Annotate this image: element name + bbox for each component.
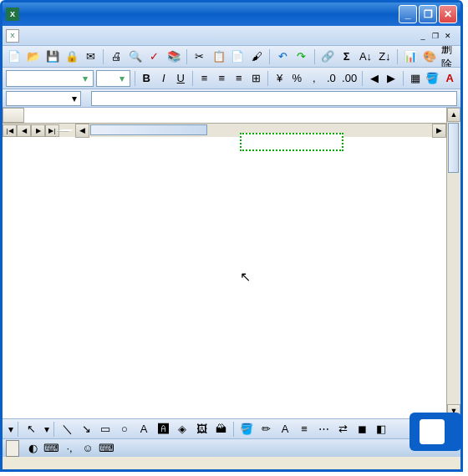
close-button[interactable]: ✕ [439, 5, 457, 23]
spell-icon[interactable]: ✓ [146, 48, 163, 65]
ime-btn2[interactable]: ⌨ [43, 440, 59, 457]
menu-file[interactable] [24, 34, 34, 38]
tab-next-button[interactable]: ▶ [31, 124, 45, 137]
menu-help[interactable] [104, 34, 114, 38]
arrow-icon[interactable]: ↘ [78, 421, 94, 438]
align-left-icon[interactable]: ≡ [197, 70, 212, 87]
open-icon[interactable]: 📂 [25, 48, 42, 65]
textbox-icon[interactable]: A [135, 421, 152, 438]
font-color-icon[interactable]: A [442, 70, 457, 87]
arrow-style-icon[interactable]: ⇄ [334, 421, 351, 438]
menu-edit[interactable] [34, 34, 44, 38]
percent-icon[interactable]: % [289, 70, 304, 87]
cut-icon[interactable]: ✂ [191, 48, 208, 65]
clipart-icon[interactable]: 🖼 [193, 421, 210, 438]
menu-data[interactable] [84, 34, 94, 38]
scroll-left-button[interactable]: ◀ [75, 124, 89, 138]
italic-icon[interactable]: I [156, 70, 171, 87]
fill-color-icon[interactable]: 🪣 [425, 70, 440, 87]
bold-icon[interactable]: B [139, 70, 154, 87]
link-icon[interactable]: 🔗 [319, 48, 336, 65]
drawing-icon[interactable]: 🎨 [421, 48, 438, 65]
tab-last-button[interactable]: ▶| [45, 124, 59, 137]
chevron-down-icon[interactable]: ▾ [116, 73, 128, 84]
status-bar: ◐ ⌨ ·, ☺ ⌨ [3, 438, 460, 457]
titlebar: X _ ❐ ✕ [3, 3, 460, 26]
formula-input[interactable] [91, 91, 457, 106]
rect-icon[interactable]: ▭ [97, 421, 114, 438]
select-icon[interactable]: ↖ [23, 421, 39, 438]
doc-close-button[interactable]: ✕ [442, 31, 454, 41]
copy-icon[interactable]: 📋 [211, 48, 227, 65]
dash-icon[interactable]: ⋯ [315, 421, 332, 438]
menu-format[interactable] [64, 34, 74, 38]
sort-desc-icon[interactable]: Z↓ [376, 48, 393, 65]
undo-icon[interactable]: ↶ [274, 48, 291, 65]
ime-indicator[interactable] [6, 440, 19, 457]
menu-tools[interactable] [74, 34, 84, 38]
scroll-up-button[interactable]: ▲ [447, 108, 460, 122]
3d-icon[interactable]: ◧ [373, 421, 389, 438]
ime-btn5[interactable]: ⌨ [98, 440, 114, 457]
ime-btn3[interactable]: ·, [61, 440, 78, 457]
comma-icon[interactable]: , [307, 70, 322, 87]
sort-asc-icon[interactable]: A↓ [358, 48, 374, 65]
permission-icon[interactable]: 🔒 [64, 48, 80, 65]
mail-icon[interactable]: ✉ [82, 48, 99, 65]
size-combo[interactable]: ▾ [96, 70, 130, 87]
doc-restore-button[interactable]: ❐ [430, 31, 441, 41]
dec-indent-icon[interactable]: ◀ [367, 70, 382, 87]
font-combo[interactable]: ▾ [6, 70, 94, 87]
paste-icon[interactable]: 📄 [229, 48, 246, 65]
currency-icon[interactable]: ¥ [272, 70, 287, 87]
line-color-icon[interactable]: ✏ [257, 421, 274, 438]
save-icon[interactable]: 💾 [44, 48, 61, 65]
align-center-icon[interactable]: ≡ [214, 70, 229, 87]
font-color-icon[interactable]: A [277, 421, 293, 438]
menu-window[interactable] [94, 34, 104, 38]
chevron-down-icon[interactable]: ▾ [72, 93, 77, 104]
new-icon[interactable]: 📄 [6, 48, 23, 65]
wordart-icon[interactable]: 🅰 [155, 421, 171, 438]
format-painter-icon[interactable]: 🖌 [248, 48, 265, 65]
tab-first-button[interactable]: |◀ [3, 124, 17, 137]
shadow-icon[interactable]: ◼ [354, 421, 370, 438]
line-icon[interactable]: ＼ [58, 421, 75, 438]
chevron-down-icon[interactable]: ▾ [79, 73, 91, 84]
name-box[interactable]: ▾ [6, 91, 81, 106]
inc-decimal-icon[interactable]: .0 [324, 70, 339, 87]
chart-icon[interactable]: 📊 [402, 48, 419, 65]
ime-btn4[interactable]: ☺ [79, 440, 96, 457]
print-icon[interactable]: 🖨 [108, 48, 125, 65]
merge-icon[interactable]: ⊞ [249, 70, 264, 87]
tab-prev-button[interactable]: ◀ [17, 124, 31, 137]
sum-icon[interactable]: Σ [338, 48, 355, 65]
inc-indent-icon[interactable]: ▶ [384, 70, 399, 87]
maximize-button[interactable]: ❐ [419, 5, 437, 23]
vscroll-thumb[interactable] [448, 123, 459, 173]
line-style-icon[interactable]: ≡ [296, 421, 313, 438]
ime-btn1[interactable]: ◐ [24, 440, 41, 457]
zoom-dd[interactable]: 删除 [440, 48, 457, 65]
menu-view[interactable] [44, 34, 54, 38]
underline-icon[interactable]: U [173, 70, 188, 87]
scroll-right-button[interactable]: ▶ [432, 124, 446, 138]
select-all-corner[interactable] [3, 108, 24, 123]
picture-icon[interactable]: 🏔 [212, 421, 229, 438]
dec-decimal-icon[interactable]: .00 [341, 70, 358, 87]
preview-icon[interactable]: 🔍 [127, 48, 144, 65]
fill-icon[interactable]: 🪣 [238, 421, 255, 438]
research-icon[interactable]: 📚 [165, 48, 182, 65]
doc-min-button[interactable]: _ [417, 31, 429, 41]
menu-insert[interactable] [54, 34, 64, 38]
border-icon[interactable]: ▦ [408, 70, 423, 87]
doc-icon[interactable]: X [6, 29, 19, 43]
hscroll-thumb[interactable] [90, 124, 207, 135]
oval-icon[interactable]: ○ [116, 421, 133, 438]
tab-sheet1[interactable] [57, 129, 75, 132]
redo-icon[interactable]: ↷ [293, 48, 310, 65]
minimize-button[interactable]: _ [399, 5, 417, 23]
diagram-icon[interactable]: ◈ [174, 421, 191, 438]
callout-box [240, 133, 343, 151]
align-right-icon[interactable]: ≡ [231, 70, 247, 87]
